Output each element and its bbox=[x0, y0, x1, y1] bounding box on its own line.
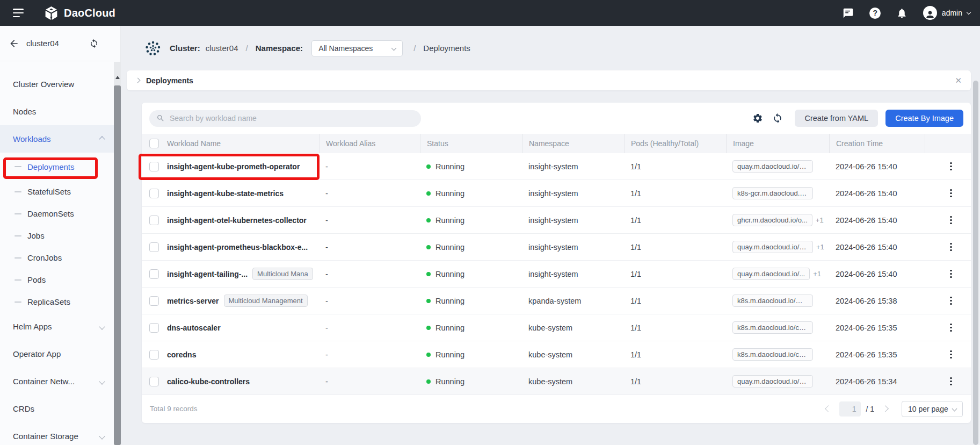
sidebar-item-deployments[interactable]: Deployments bbox=[0, 153, 120, 181]
sidebar-item-statefulsets[interactable]: StatefulSets bbox=[0, 181, 120, 203]
namespace-value: All Namespaces bbox=[318, 44, 373, 53]
image-chip: k8s-gcr.m.daocloud.io/k... bbox=[732, 187, 813, 199]
table-row[interactable]: insight-agent-kube-state-metrics-Running… bbox=[142, 180, 971, 207]
table-row[interactable]: insight-agent-prometheus-blackbox-e...-R… bbox=[142, 234, 971, 261]
workload-name-link[interactable]: dns-autoscaler bbox=[167, 324, 221, 332]
back-icon[interactable] bbox=[9, 38, 19, 49]
sidebar-item-operator-app[interactable]: Operator App bbox=[0, 340, 120, 368]
sub-item-dash bbox=[14, 166, 21, 167]
row-actions-menu-icon[interactable] bbox=[945, 295, 957, 307]
workload-name-link[interactable]: coredns bbox=[167, 350, 196, 359]
image-chip: k8s.m.daocloud.io/cpa/cl... bbox=[732, 321, 813, 334]
col-creation-time: Creation Time bbox=[829, 134, 925, 153]
image-extra-count: +1 bbox=[816, 243, 824, 251]
row-checkbox[interactable] bbox=[149, 242, 159, 252]
settings-icon[interactable] bbox=[752, 113, 763, 124]
sidebar-header: cluster04 bbox=[0, 26, 120, 61]
create-from-yaml-button[interactable]: Create from YAML bbox=[795, 110, 878, 127]
sidebar-item-replicasets[interactable]: ReplicaSets bbox=[0, 291, 120, 313]
tab-deployments[interactable]: Deployments ✕ bbox=[127, 70, 971, 90]
row-actions-menu-icon[interactable] bbox=[945, 214, 957, 227]
sidebar-item-daemonsets[interactable]: DaemonSets bbox=[0, 203, 120, 225]
row-actions-menu-icon[interactable] bbox=[945, 187, 957, 200]
chevron-down-icon bbox=[99, 378, 105, 384]
status-dot bbox=[426, 326, 431, 330]
workload-name-link[interactable]: calico-kube-controllers bbox=[167, 377, 250, 386]
row-checkbox[interactable] bbox=[149, 189, 159, 198]
col-workload-name: Workload Name bbox=[167, 139, 221, 148]
row-actions-menu-icon[interactable] bbox=[945, 241, 957, 254]
sidebar-scrollbar-thumb[interactable] bbox=[114, 85, 121, 445]
workload-alias: - bbox=[319, 216, 420, 225]
table-row[interactable]: insight-agent-kube-prometh-operator-Runn… bbox=[142, 153, 971, 180]
next-page-icon[interactable] bbox=[882, 405, 889, 412]
main-scrollbar[interactable] bbox=[973, 81, 978, 445]
page-total: / 1 bbox=[866, 405, 874, 413]
menu-toggle-icon[interactable] bbox=[13, 9, 25, 17]
per-page-select[interactable]: 10 per page bbox=[902, 401, 963, 417]
sidebar-item-pods[interactable]: Pods bbox=[0, 269, 120, 291]
sidebar-item-crds[interactable]: CRDs bbox=[0, 395, 120, 422]
workload-name-link[interactable]: insight-agent-otel-kubernetes-collector bbox=[167, 216, 307, 225]
row-checkbox[interactable] bbox=[149, 216, 159, 225]
table-row[interactable]: insight-agent-otel-kubernetes-collector-… bbox=[142, 207, 971, 234]
table-row[interactable]: coredns-Runningkube-system1/1k8s.m.daocl… bbox=[142, 341, 971, 368]
row-checkbox[interactable] bbox=[149, 350, 159, 360]
sidebar-item-cronjobs[interactable]: CronJobs bbox=[0, 247, 120, 269]
row-checkbox[interactable] bbox=[149, 269, 159, 279]
table-row[interactable]: dns-autoscaler-Runningkube-system1/1k8s.… bbox=[142, 314, 971, 341]
row-actions-menu-icon[interactable] bbox=[945, 268, 957, 281]
workload-name-link[interactable]: insight-agent-kube-prometh-operator bbox=[167, 162, 300, 171]
sidebar-item-label: Pods bbox=[27, 275, 46, 284]
workload-name-link[interactable]: insight-agent-kube-state-metrics bbox=[167, 189, 284, 198]
scroll-up-arrow-icon[interactable] bbox=[115, 76, 120, 79]
table-header: Workload Name Workload Alias Status Name… bbox=[142, 134, 971, 153]
row-checkbox[interactable] bbox=[149, 323, 159, 333]
workload-name-link[interactable]: insight-agent-prometheus-blackbox-e... bbox=[167, 243, 308, 252]
sidebar-item-nodes[interactable]: Nodes bbox=[0, 98, 120, 125]
namespace-value: kpanda-system bbox=[522, 297, 624, 305]
page-input[interactable]: 1 bbox=[839, 401, 861, 417]
row-checkbox[interactable] bbox=[149, 296, 159, 306]
namespace-value: insight-system bbox=[522, 189, 624, 198]
row-actions-menu-icon[interactable] bbox=[945, 160, 957, 173]
sidebar-item-jobs[interactable]: Jobs bbox=[0, 225, 120, 247]
image-extra-count: +1 bbox=[813, 270, 821, 278]
row-checkbox[interactable] bbox=[149, 377, 159, 386]
cluster-value[interactable]: cluster04 bbox=[206, 44, 238, 53]
workload-name-link[interactable]: metrics-server bbox=[167, 297, 219, 305]
user-menu[interactable]: admin bbox=[923, 6, 970, 20]
sidebar-item-container-storage[interactable]: Container Storage bbox=[0, 422, 120, 445]
refresh-icon[interactable] bbox=[772, 113, 783, 124]
namespace-select[interactable]: All Namespaces bbox=[311, 40, 403, 56]
sidebar-item-workloads[interactable]: Workloads bbox=[0, 125, 120, 153]
sidebar-item-container-netw[interactable]: Container Netw... bbox=[0, 368, 120, 395]
row-checkbox[interactable] bbox=[149, 162, 159, 171]
sidebar-item-label: Container Storage bbox=[13, 432, 78, 441]
breadcrumb: Cluster: cluster04 / Namespace: All Name… bbox=[121, 26, 980, 70]
sidebar-item-label: Helm Apps bbox=[13, 322, 52, 331]
help-icon[interactable]: ? bbox=[869, 7, 881, 19]
tab-close-icon[interactable]: ✕ bbox=[955, 76, 962, 84]
sub-item-dash bbox=[14, 191, 21, 192]
brand: DaoCloud bbox=[44, 6, 115, 20]
table-row[interactable]: metrics-serverMulticloud Management-Runn… bbox=[142, 288, 971, 314]
sidebar-item-cluster-overview[interactable]: Cluster Overview bbox=[0, 70, 120, 98]
table-row[interactable]: calico-kube-controllers-Runningkube-syst… bbox=[142, 368, 971, 395]
row-actions-menu-icon[interactable] bbox=[945, 375, 957, 388]
table-row[interactable]: insight-agent-tailing-...Multicloud Mana… bbox=[142, 261, 971, 288]
row-actions-menu-icon[interactable] bbox=[945, 348, 957, 361]
create-by-image-button[interactable]: Create By Image bbox=[885, 110, 963, 127]
sidebar-scrollbar[interactable] bbox=[114, 62, 121, 445]
status-text: Running bbox=[435, 162, 464, 171]
image-chip: quay.m.daocloud.io/... bbox=[732, 268, 810, 280]
bell-icon[interactable] bbox=[896, 7, 908, 19]
cluster-switch-icon[interactable] bbox=[89, 39, 99, 48]
workload-name-link[interactable]: insight-agent-tailing-... bbox=[167, 270, 248, 278]
chat-icon[interactable] bbox=[843, 7, 854, 19]
sidebar-item-helm-apps[interactable]: Helm Apps bbox=[0, 313, 120, 340]
row-actions-menu-icon[interactable] bbox=[945, 321, 957, 334]
prev-page-icon[interactable] bbox=[825, 405, 832, 412]
select-all-checkbox[interactable] bbox=[149, 139, 159, 148]
search-input[interactable]: Search by workload name bbox=[149, 110, 421, 127]
